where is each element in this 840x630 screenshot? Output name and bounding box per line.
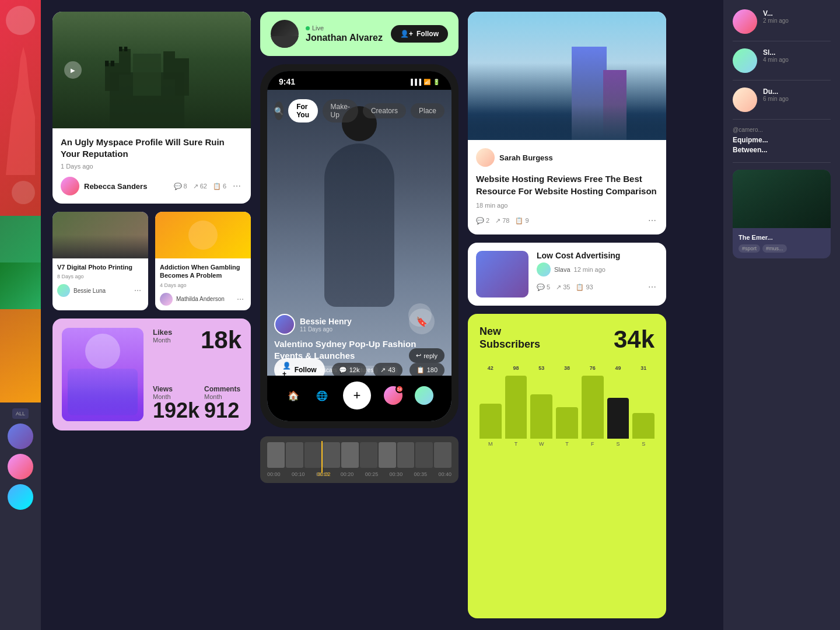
secondary-article-image[interactable] <box>476 251 528 298</box>
phone-view-icon: 📋 <box>416 366 425 374</box>
phone-bottom-bar: 🏠 🌐 + 24 <box>267 376 452 421</box>
right-column: Sarah Burgess Website Hosting Reviews Fr… <box>468 12 666 618</box>
phone-view-stat: 📋 180 <box>410 363 444 377</box>
phone-notch <box>324 71 394 88</box>
phone-right-actions: 🔖 ↩ reply <box>409 309 444 363</box>
phone-search-bar: 🔍 For You Make-Up Creators Place <box>267 94 452 127</box>
right-article-img-small[interactable] <box>733 170 831 228</box>
phone-creator-name: Bessie Henry <box>300 317 352 326</box>
tab-place[interactable]: Place <box>411 103 444 118</box>
phone-share-icon: ↗ <box>380 366 386 374</box>
battery-icon: 🔋 <box>433 79 440 85</box>
add-content-button[interactable]: + <box>343 382 371 410</box>
wifi-icon: 📶 <box>424 79 430 85</box>
search-icon[interactable]: 🔍 <box>274 102 284 120</box>
globe-nav-button[interactable]: 🌐 <box>314 387 330 404</box>
signal-icon: ▐▐▐ <box>409 79 421 85</box>
notification-badge: 24 <box>396 385 404 393</box>
main-content: ▶ An Ugly Myspace Profile Wi <box>41 0 723 630</box>
phone-user-row: Bessie Henry 11 Days ago <box>274 314 416 335</box>
reply-label: reply <box>424 352 438 359</box>
phone-user-avatar[interactable] <box>274 314 295 335</box>
phone-status-icons: ▐▐▐ 📶 🔋 <box>409 79 440 85</box>
phone-share-stat: ↗ 43 <box>373 363 402 377</box>
phone-reply-button[interactable]: ↩ reply <box>409 348 444 363</box>
phone-comment-icon: 💬 <box>339 366 347 374</box>
tab-creators[interactable]: Creators <box>363 103 406 118</box>
phone-comment-stat: 💬 12k <box>332 363 367 377</box>
secondary-article-card: Low Cost Advertising Slava 12 min ago 💬 … <box>468 243 666 306</box>
home-nav-button[interactable]: 🏠 <box>285 387 302 404</box>
phone-bookmark-button[interactable]: 🔖 <box>409 309 435 334</box>
phone-profile-button[interactable]: 24 <box>384 386 402 405</box>
reply-icon: ↩ <box>416 352 421 359</box>
phone-creator-time: 11 Days ago <box>300 326 352 332</box>
tab-makeup[interactable]: Make-Up <box>323 99 358 123</box>
phone-avatar-2[interactable] <box>415 386 433 405</box>
phone-user-details: Bessie Henry 11 Days ago <box>300 317 352 332</box>
phone-follow-label: Follow <box>295 366 317 374</box>
phone-time: 9:41 <box>279 77 295 86</box>
tab-for-you[interactable]: For You <box>288 99 317 123</box>
